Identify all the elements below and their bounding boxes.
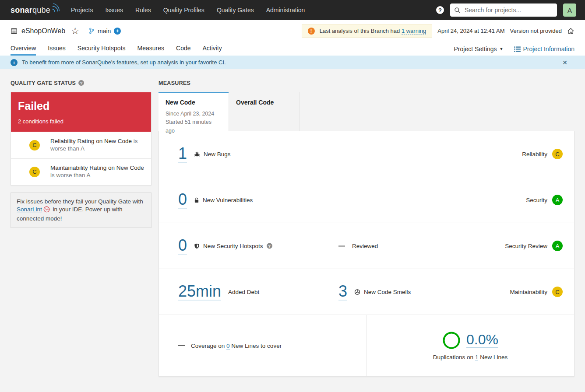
tab-measures[interactable]: Measures (137, 45, 164, 56)
nav-item-projects[interactable]: Projects (71, 7, 93, 14)
security-review-rating-badge: A (552, 241, 563, 251)
favorite-star-icon[interactable]: ☆ (71, 26, 79, 35)
new-code-smells-count-link[interactable]: 3 (338, 284, 347, 301)
reviewed-label: Reviewed (352, 243, 378, 249)
new-vulnerabilities-count-link[interactable]: 0 (178, 192, 187, 209)
tab-activity[interactable]: Activity (202, 45, 222, 56)
new-vulnerabilities-label: New Vulnerabilities (203, 197, 253, 203)
tab-overview[interactable]: Overview (11, 45, 36, 56)
search-input[interactable] (464, 6, 553, 14)
avatar[interactable]: A (563, 4, 576, 17)
project-information-button[interactable]: Project Information (514, 46, 575, 52)
duplication-ring-icon (442, 331, 461, 350)
new-bugs-count-link[interactable]: 1 (178, 146, 187, 163)
quality-gate-help-icon[interactable]: ? (78, 80, 84, 86)
measure-row-coverage-duplications: Coverage on 0 New Lines to cover 0.0% Du… (159, 315, 574, 376)
overview-content: QUALITY GATE STATUS ? Failed 2 condition… (0, 69, 585, 387)
ci-setup-banner: i To benefit from more of SonarQube's fe… (0, 56, 585, 69)
maintainability-domain-label: Maintainability (510, 289, 547, 295)
tab-issues[interactable]: Issues (48, 45, 65, 56)
coverage-text: Coverage on 0 New Lines to cover (191, 343, 282, 349)
maintainability-rating-badge: C (552, 287, 563, 297)
measures-card: 1 New Bugs Reliability C 0 (159, 131, 574, 377)
help-icon[interactable]: ? (436, 6, 444, 14)
sonarlint-link[interactable]: SonarLint (17, 206, 42, 213)
duplications-percent-link[interactable]: 0.0% (466, 332, 498, 348)
analysis-warning-banner: ! Last analysis of this Branch had 1 war… (302, 24, 433, 38)
warning-text: Last analysis of this Branch had 1 warni… (320, 28, 426, 34)
sonarqube-logo[interactable]: sonarqube (11, 6, 60, 15)
quality-gate-card: Failed 2 conditions failed C Reliability… (11, 92, 152, 186)
tab-new-code[interactable]: New Code Since April 23, 2024 Started 51… (159, 92, 229, 131)
branch-icon (88, 27, 95, 35)
security-review-domain-label: Security Review (505, 243, 547, 249)
bug-icon (194, 151, 200, 157)
tab-overall-code[interactable]: Overall Code (229, 92, 300, 131)
rating-badge-c: C (29, 140, 40, 150)
measure-row-reliability: 1 New Bugs Reliability C (159, 131, 574, 177)
added-debt-label: Added Debt (228, 289, 259, 295)
measure-row-security: 0 New Vulnerabilities Security A (159, 177, 574, 223)
quality-gate-status-badge: Failed 2 conditions failed (11, 92, 151, 132)
new-security-hotspots-count-link[interactable]: 0 (178, 238, 187, 255)
nav-item-quality-profiles[interactable]: Quality Profiles (163, 7, 204, 14)
ci-setup-link[interactable]: set up analysis in your favorite CI (141, 59, 224, 66)
security-hotspots-help-icon[interactable]: ? (267, 243, 272, 249)
project-icon (11, 28, 18, 35)
project-settings-menu[interactable]: Project Settings ▼ (454, 46, 504, 52)
security-domain-label: Security (526, 197, 547, 203)
quality-gate-heading: QUALITY GATE STATUS ? (11, 80, 152, 86)
home-icon[interactable] (567, 28, 574, 35)
quality-gate-status: Failed (18, 100, 144, 112)
rating-badge-c: C (29, 167, 40, 177)
logo-text-light: qube (32, 6, 50, 14)
info-icon: i (11, 59, 18, 66)
nav-item-rules[interactable]: Rules (135, 7, 151, 14)
sonar-wave-icon (51, 3, 60, 14)
close-icon[interactable]: ✕ (555, 59, 574, 66)
page-title: eShopOnWeb (21, 27, 65, 35)
reliability-rating-badge: C (552, 149, 563, 159)
list-icon (514, 46, 521, 52)
banner-text: To benefit from more of SonarQube's feat… (22, 59, 226, 66)
new-bugs-label: New Bugs (204, 151, 231, 158)
new-security-hotspots-label: New Security Hotspots (203, 243, 263, 249)
lock-icon (194, 197, 199, 203)
measures-heading: MEASURES (159, 80, 574, 86)
duplications-cell: 0.0% Duplications on 1 New Lines (367, 315, 574, 376)
duplications-text: Duplications on 1 New Lines (433, 354, 507, 360)
search-icon (454, 7, 461, 14)
tab-code[interactable]: Code (176, 45, 190, 56)
sonarlint-icon (43, 206, 50, 215)
top-nav: sonarqube Projects Issues Rules Quality … (0, 0, 585, 20)
nav-item-issues[interactable]: Issues (105, 7, 123, 14)
tab-security-hotspots[interactable]: Security Hotspots (78, 45, 126, 56)
branch-name: main (98, 28, 111, 35)
warning-icon: ! (308, 28, 315, 35)
project-tab-bar: Overview Issues Security Hotspots Measur… (0, 42, 585, 56)
measures-period-tabs: New Code Since April 23, 2024 Started 51… (159, 92, 574, 131)
analysis-date: April 24, 2024 at 12:41 AM (437, 28, 504, 34)
reliability-domain-label: Reliability (522, 151, 547, 158)
added-debt-link[interactable]: 25min (178, 284, 221, 301)
condition-text: Reliability Rating on New Code is worse … (50, 138, 144, 153)
quality-gate-panel: QUALITY GATE STATUS ? Failed 2 condition… (11, 80, 152, 377)
new-code-smells-label: New Code Smells (364, 289, 411, 295)
coverage-cell: Coverage on 0 New Lines to cover (159, 315, 367, 376)
measure-row-security-review: 0 New Security Hotspots ? Reviewed Secur… (159, 223, 574, 269)
add-branch-icon[interactable]: + (114, 28, 121, 35)
warning-count-link[interactable]: 1 warning (402, 28, 426, 35)
dash-icon (338, 245, 345, 246)
failed-condition-row[interactable]: C Reliability Rating on New Code is wors… (11, 132, 151, 158)
version-label: Version not provided (510, 28, 562, 34)
condition-text: Maintainability Rating on New Code is wo… (50, 164, 144, 179)
measures-panel: MEASURES New Code Since April 23, 2024 S… (159, 80, 574, 377)
nav-item-administration[interactable]: Administration (266, 7, 305, 14)
sonarlint-promo: Fix issues before they fail your Quality… (11, 192, 152, 228)
nav-item-quality-gates[interactable]: Quality Gates (217, 7, 254, 14)
logo-text-bold: sonar (11, 6, 32, 14)
conditions-summary: 2 conditions failed (18, 118, 144, 125)
new-lines-to-cover-link[interactable]: 0 (226, 343, 230, 350)
security-rating-badge: A (552, 195, 563, 205)
failed-condition-row[interactable]: C Maintainability Rating on New Code is … (11, 158, 151, 185)
